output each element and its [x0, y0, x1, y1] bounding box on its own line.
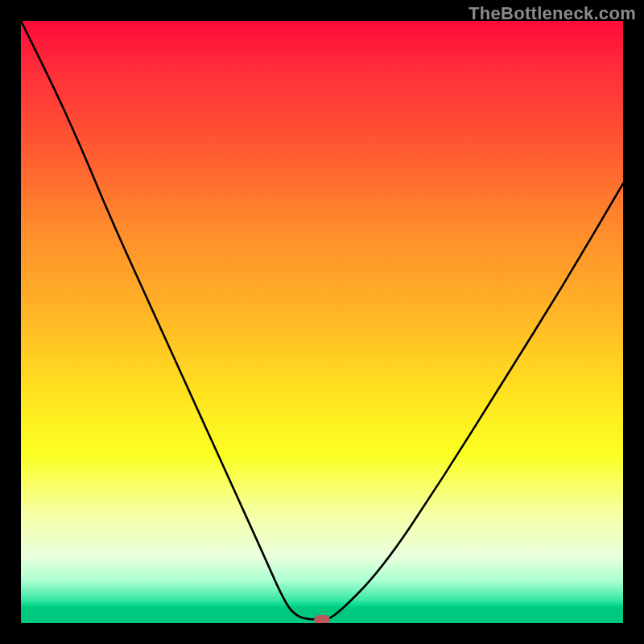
bottleneck-curve: [21, 21, 623, 620]
plot-area: [21, 21, 623, 623]
curve-svg: [21, 21, 623, 623]
chart-frame: TheBottleneck.com: [0, 0, 644, 644]
watermark-text: TheBottleneck.com: [469, 3, 636, 24]
optimal-marker: [314, 615, 330, 624]
